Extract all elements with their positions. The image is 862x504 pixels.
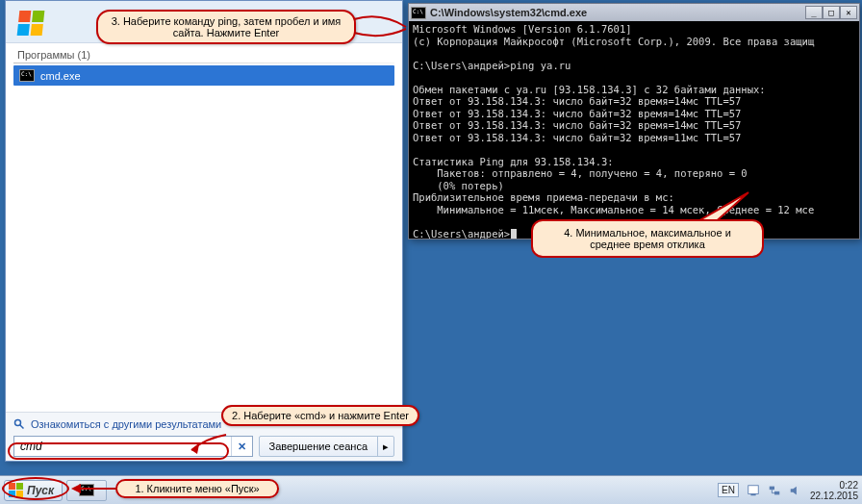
chevron-right-icon[interactable]: ▸	[378, 441, 393, 453]
clock-date: 22.12.2015	[810, 491, 858, 501]
callout-1: 1. Кликните меню «Пуск»	[115, 479, 279, 498]
clock-time: 0:22	[810, 480, 858, 491]
cmd-titlebar[interactable]: C:\Windows\system32\cmd.exe _ □ ✕	[409, 4, 859, 21]
search-result-label: cmd.exe	[40, 70, 81, 82]
language-indicator[interactable]: EN	[718, 483, 739, 497]
power-label: Завершение сеанса	[260, 437, 378, 456]
network-icon[interactable]	[768, 484, 781, 497]
separator	[13, 63, 394, 63]
clear-search-button[interactable]: ✕	[231, 437, 252, 456]
svg-rect-4	[770, 486, 774, 490]
arrow-2	[188, 433, 230, 456]
svg-marker-11	[71, 484, 81, 493]
console-output[interactable]: Microsoft Windows [Version 6.1.7601] (c)…	[409, 21, 859, 239]
callout-2-text: 2. Наберите «cmd» и нажмите Enter	[232, 410, 409, 421]
power-options-button[interactable]: Завершение сеанса ▸	[259, 436, 394, 457]
arrow-1	[67, 479, 117, 498]
callout-3-text: 3. Наберите команду ping, затем пробел и…	[106, 15, 346, 38]
callout-2: 2. Наберите «cmd» и нажмите Enter	[221, 405, 419, 426]
windows-logo-icon	[12, 4, 50, 42]
search-group-label: Программы (1)	[13, 47, 394, 63]
maximize-button[interactable]: □	[823, 6, 840, 19]
action-center-icon[interactable]	[747, 484, 760, 497]
start-menu-body: Программы (1) cmd.exe	[6, 43, 402, 412]
cmd-icon	[19, 69, 35, 82]
cmd-icon	[411, 7, 426, 19]
callout-3: 3. Наберите команду ping, затем пробел и…	[96, 10, 356, 44]
close-button[interactable]: ✕	[840, 6, 857, 19]
minimize-button[interactable]: _	[805, 6, 823, 19]
highlight-start	[2, 477, 69, 500]
more-results-label: Ознакомиться с другими результатами	[31, 418, 221, 430]
system-tray: EN 0:22 22.12.2015	[718, 480, 858, 501]
svg-marker-8	[791, 486, 797, 494]
svg-rect-3	[750, 493, 755, 495]
cmd-title: C:\Windows\system32\cmd.exe	[430, 7, 801, 18]
clock[interactable]: 0:22 22.12.2015	[810, 480, 858, 501]
search-result-cmd[interactable]: cmd.exe	[13, 65, 394, 86]
svg-point-0	[15, 420, 21, 426]
callout-1-text: 1. Кликните меню «Пуск»	[135, 483, 259, 494]
callout-4-text: 4. Минимальное, максимальное и среднее в…	[564, 227, 731, 250]
search-icon	[13, 418, 25, 430]
callout-4: 4. Минимальное, максимальное и среднее в…	[531, 219, 764, 258]
start-menu-panel: Программы (1) cmd.exe Ознакомиться с дру…	[5, 0, 403, 462]
volume-icon[interactable]	[789, 484, 802, 497]
svg-rect-2	[748, 485, 759, 493]
caret	[511, 229, 517, 239]
svg-line-1	[20, 425, 24, 429]
callout-connector	[352, 10, 410, 48]
cmd-window: C:\Windows\system32\cmd.exe _ □ ✕ Micros…	[408, 3, 860, 239]
